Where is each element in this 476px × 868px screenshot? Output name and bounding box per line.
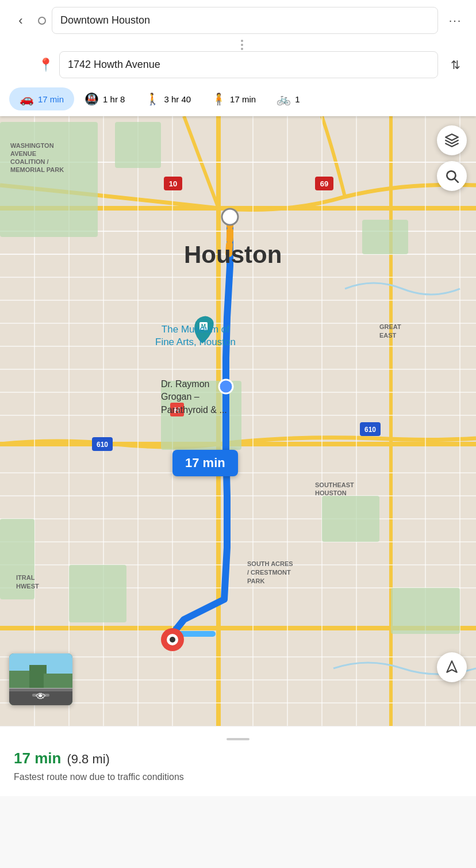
street-view-overlay: 👁 [9, 689, 72, 705]
rideshare-tab[interactable]: 🧍 17 min [201, 87, 266, 110]
route-distance: (9.8 mi) [67, 752, 110, 767]
svg-text:HOUSTON: HOUSTON [315, 490, 347, 496]
street-view-thumbnail[interactable]: 👁 [9, 653, 72, 705]
svg-text:SOUTHEAST: SOUTHEAST [315, 481, 354, 488]
svg-text:10: 10 [169, 179, 177, 188]
svg-text:COALITION /: COALITION / [10, 158, 49, 165]
route-summary-sheet: 17 min (9.8 mi) Fastest route now due to… [0, 726, 476, 796]
drive-time: 17 min [38, 94, 64, 104]
svg-line-76 [455, 179, 458, 182]
route-divider [17, 40, 467, 50]
drive-icon: 🚗 [20, 92, 34, 106]
svg-text:/ CRESTMONT: / CRESTMONT [247, 569, 291, 576]
transit-tab[interactable]: 🚇 1 hr 8 [74, 87, 135, 110]
origin-dot-icon [38, 17, 46, 25]
svg-text:MEMORIAL PARK: MEMORIAL PARK [10, 166, 64, 173]
back-button[interactable]: ‹ [9, 9, 32, 32]
svg-point-48 [170, 637, 175, 643]
map-search-button[interactable] [437, 161, 467, 191]
route-description: Fastest route now due to traffic conditi… [14, 772, 462, 782]
map-time-text: 17 min [185, 456, 225, 470]
bike-tab[interactable]: 🚲 1 [266, 87, 310, 110]
origin-row: ‹ ··· [9, 7, 467, 34]
svg-rect-41 [69, 565, 126, 622]
back-icon: ‹ [18, 13, 22, 28]
map-svg: 10 69 610 610 H M Houston WASHINGTON AVE… [0, 116, 476, 726]
svg-text:PARK: PARK [247, 578, 264, 584]
svg-text:Houston: Houston [184, 241, 282, 268]
svg-text:GREAT: GREAT [379, 323, 401, 330]
layers-icon [444, 133, 459, 148]
svg-rect-38 [362, 220, 408, 254]
svg-text:ITRAL: ITRAL [16, 574, 35, 581]
walk-tab[interactable]: 🚶 3 hr 40 [135, 87, 201, 110]
more-options-button[interactable]: ··· [444, 9, 467, 32]
swap-icon: ⇅ [451, 58, 460, 72]
bike-time: 1 [295, 94, 300, 104]
svg-rect-36 [0, 122, 98, 237]
svg-text:HWEST: HWEST [16, 583, 39, 590]
svg-text:WASHINGTON: WASHINGTON [10, 142, 54, 149]
destination-row: 📍 ⇅ [9, 51, 467, 78]
svg-rect-42 [322, 496, 379, 542]
svg-point-44 [222, 209, 238, 225]
sheet-handle [227, 738, 249, 740]
doctor-poi-label[interactable]: Dr. RaymonGrogan –Parathyroid & ... [161, 378, 227, 416]
bike-icon: 🚲 [277, 92, 291, 106]
museum-text: The Museum of Fine Arts, Houston [155, 324, 236, 347]
origin-input[interactable] [52, 7, 438, 34]
walk-icon: 🚶 [145, 92, 160, 106]
museum-poi-label[interactable]: The Museum of Fine Arts, Houston [155, 323, 236, 349]
map-search-icon [444, 169, 459, 183]
route-time: 17 min [14, 750, 61, 767]
svg-rect-37 [115, 122, 161, 168]
transport-mode-tabs: 🚗 17 min 🚇 1 hr 8 🚶 3 hr 40 🧍 17 min 🚲 1 [9, 84, 467, 116]
svg-text:SOUTH ACRES: SOUTH ACRES [247, 560, 293, 567]
destination-pin-icon: 📍 [38, 58, 53, 72]
route-summary: 17 min (9.8 mi) [14, 750, 462, 767]
my-location-button[interactable] [437, 652, 467, 682]
svg-rect-43 [391, 588, 460, 634]
transit-icon: 🚇 [85, 92, 99, 106]
svg-text:610: 610 [97, 441, 108, 449]
drive-tab[interactable]: 🚗 17 min [9, 87, 74, 110]
location-arrow-icon [444, 660, 459, 675]
rideshare-icon: 🧍 [212, 92, 226, 106]
svg-text:610: 610 [364, 426, 376, 434]
transit-time: 1 hr 8 [103, 94, 125, 104]
eye-icon: 👁 [36, 691, 46, 703]
rideshare-time: 17 min [230, 94, 256, 104]
swap-directions-button[interactable]: ⇅ [444, 53, 467, 77]
map-view[interactable]: 10 69 610 610 H M Houston WASHINGTON AVE… [0, 116, 476, 726]
svg-text:69: 69 [320, 179, 328, 188]
more-dots-icon: ··· [449, 14, 462, 27]
map-layers-button[interactable] [437, 125, 467, 155]
map-route-time-label[interactable]: 17 min [172, 450, 238, 476]
navigation-header: ‹ ··· 📍 ⇅ 🚗 17 min 🚇 1 hr 8 🚶 [0, 0, 476, 116]
destination-input[interactable] [59, 51, 438, 78]
svg-text:AVENUE: AVENUE [10, 150, 36, 157]
doctor-text: Dr. RaymonGrogan –Parathyroid & ... [161, 379, 227, 415]
svg-text:EAST: EAST [379, 332, 397, 339]
walk-time: 3 hr 40 [164, 94, 191, 104]
